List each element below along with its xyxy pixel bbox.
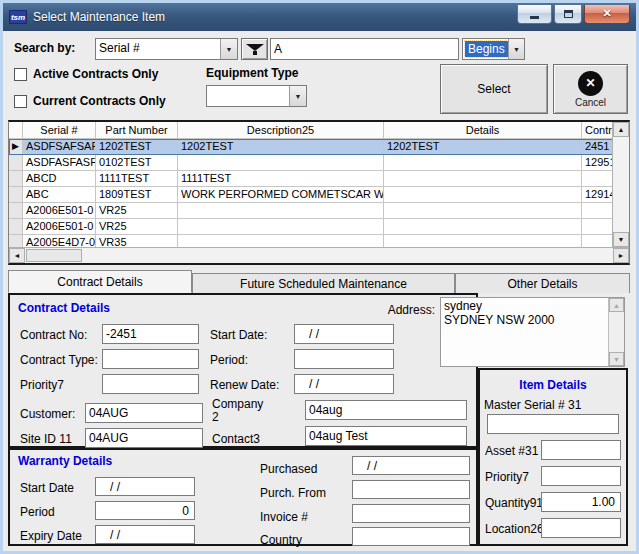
priority-field[interactable] bbox=[102, 374, 199, 394]
cell-description: 1202TEST bbox=[178, 139, 384, 155]
cell-part: 1111TEST bbox=[96, 171, 178, 187]
row-selector-cell bbox=[9, 219, 23, 235]
col-header-contract[interactable]: Contra bbox=[582, 122, 613, 139]
address-scrollbar[interactable]: ▲ ▼ bbox=[608, 298, 624, 366]
cell-serial: A2006E501-0 bbox=[23, 203, 96, 219]
chevron-down-icon[interactable]: ▼ bbox=[289, 86, 306, 106]
cell-serial: ASDFSAFSAF bbox=[23, 139, 96, 155]
item-priority-field[interactable] bbox=[541, 466, 621, 486]
cell-part: 1809TEST bbox=[96, 187, 178, 203]
maximize-button[interactable] bbox=[554, 5, 582, 24]
cell-part: 1202TEST bbox=[96, 139, 178, 155]
warranty-start-date-field[interactable] bbox=[95, 477, 195, 496]
purchased-field[interactable] bbox=[352, 456, 470, 475]
address-text: sydney SYDNEY NSW 2000 bbox=[444, 299, 606, 365]
checkbox-box[interactable] bbox=[14, 95, 27, 108]
col-header-description[interactable]: Description25 bbox=[178, 122, 384, 139]
quantity-field[interactable] bbox=[541, 492, 621, 512]
checkbox-box[interactable] bbox=[14, 68, 27, 81]
cell-serial: ABCD bbox=[23, 171, 96, 187]
site-id-field[interactable] bbox=[85, 428, 203, 448]
close-button[interactable]: ✕ bbox=[584, 5, 630, 24]
renew-date-field[interactable] bbox=[294, 374, 394, 394]
vertical-scrollbar[interactable]: ▲ ▼ bbox=[612, 122, 629, 247]
company-field[interactable] bbox=[305, 400, 467, 420]
search-by-label: Search by: bbox=[14, 41, 75, 55]
col-header-part-number[interactable]: Part Number bbox=[96, 122, 178, 139]
minimize-button[interactable] bbox=[517, 5, 552, 24]
cell-details bbox=[384, 171, 582, 187]
tab-contract-details[interactable]: Contract Details bbox=[8, 270, 192, 293]
contact-field[interactable] bbox=[305, 426, 467, 446]
company-label: Company 2 bbox=[212, 398, 270, 424]
location-label: Location26 bbox=[485, 522, 544, 536]
scroll-right-icon[interactable]: ► bbox=[613, 248, 629, 263]
contract-no-field[interactable] bbox=[102, 324, 199, 344]
contract-details-title: Contract Details bbox=[18, 301, 110, 315]
chevron-down-icon[interactable]: ▼ bbox=[220, 39, 237, 59]
maintenance-items-table: Serial # Part Number Description25 Detai… bbox=[8, 120, 630, 265]
scroll-up-icon[interactable]: ▲ bbox=[613, 122, 629, 137]
address-label: Address: bbox=[355, 303, 435, 317]
tab-future-scheduled-maintenance[interactable]: Future Scheduled Maintenance bbox=[192, 273, 455, 293]
table-row[interactable]: A2006E501-0 VR25 bbox=[9, 203, 613, 219]
current-row-arrow-icon: ▶ bbox=[12, 141, 19, 151]
contract-type-label: Contract Type: bbox=[20, 353, 98, 367]
cancel-x-icon: ✕ bbox=[578, 71, 603, 96]
renew-date-label: Renew Date: bbox=[210, 378, 279, 392]
col-header-serial[interactable]: Serial # bbox=[23, 122, 96, 139]
search-field-select[interactable]: Serial # ▼ bbox=[95, 38, 238, 60]
cell-part: 0102TEST bbox=[96, 155, 178, 171]
country-label: Country bbox=[260, 533, 302, 547]
match-mode-select[interactable]: Begins ▼ bbox=[462, 38, 525, 60]
cell-serial: ABC bbox=[23, 187, 96, 203]
country-field[interactable] bbox=[352, 527, 470, 546]
search-field-value: Serial # bbox=[96, 39, 220, 59]
invoice-field[interactable] bbox=[352, 504, 470, 523]
master-serial-field[interactable] bbox=[487, 414, 619, 434]
invoice-label: Invoice # bbox=[260, 510, 308, 524]
select-button[interactable]: Select bbox=[440, 64, 548, 114]
asset-field[interactable] bbox=[541, 440, 621, 460]
address-box[interactable]: sydney SYDNEY NSW 2000 ▲ ▼ bbox=[440, 297, 625, 367]
active-contracts-checkbox[interactable]: Active Contracts Only bbox=[14, 67, 158, 81]
col-header-details[interactable]: Details bbox=[384, 122, 582, 139]
filter-button[interactable] bbox=[241, 38, 268, 60]
select-button-label: Select bbox=[477, 82, 510, 96]
scroll-up-icon[interactable]: ▲ bbox=[609, 298, 624, 312]
cell-contract: 2451 bbox=[582, 139, 613, 155]
table-row[interactable]: A2006E501-0 VR25 bbox=[9, 219, 613, 235]
scrollbar-thumb[interactable] bbox=[26, 249, 82, 262]
equipment-type-select[interactable]: ▼ bbox=[206, 85, 307, 107]
cell-part: VR25 bbox=[96, 219, 178, 235]
table-row[interactable]: ASDFASFASF 0102TEST 12951 bbox=[9, 155, 613, 171]
contract-type-field[interactable] bbox=[102, 349, 199, 369]
chevron-down-icon[interactable]: ▼ bbox=[508, 39, 524, 59]
table-row[interactable]: ▶ ASDFSAFSAF 1202TEST 1202TEST 1202TEST … bbox=[9, 139, 613, 155]
warranty-period-field[interactable] bbox=[95, 501, 195, 520]
scroll-left-icon[interactable]: ◄ bbox=[9, 248, 25, 263]
cancel-button[interactable]: ✕ Cancel bbox=[553, 64, 628, 114]
start-date-field[interactable] bbox=[294, 324, 394, 344]
site-id-label: Site ID 11 bbox=[20, 432, 72, 446]
period-field[interactable] bbox=[294, 349, 394, 369]
scroll-down-icon[interactable]: ▼ bbox=[609, 352, 624, 366]
warranty-expiry-field[interactable] bbox=[95, 525, 195, 544]
location-field[interactable] bbox=[541, 518, 621, 538]
customer-field[interactable] bbox=[85, 403, 203, 423]
purch-from-field[interactable] bbox=[352, 480, 470, 499]
cell-contract bbox=[582, 219, 613, 235]
titlebar[interactable]: tsm Select Maintenance Item ✕ bbox=[3, 3, 636, 31]
table-row[interactable]: ABCD 1111TEST 1111TEST bbox=[9, 171, 613, 187]
current-contracts-checkbox[interactable]: Current Contracts Only bbox=[14, 94, 166, 108]
cell-details bbox=[384, 187, 582, 203]
scroll-down-icon[interactable]: ▼ bbox=[613, 232, 629, 247]
horizontal-scrollbar[interactable]: ◄ ► bbox=[9, 247, 629, 263]
close-icon: ✕ bbox=[602, 7, 611, 20]
current-contracts-label: Current Contracts Only bbox=[33, 94, 166, 108]
tab-other-details[interactable]: Other Details bbox=[455, 273, 630, 293]
table-row[interactable]: ABC 1809TEST WORK PERFORMED COMMETSCAR W… bbox=[9, 187, 613, 203]
search-input[interactable] bbox=[270, 38, 459, 60]
warranty-expiry-label: Expiry Date bbox=[20, 529, 82, 543]
header-selector-cell bbox=[9, 122, 23, 139]
